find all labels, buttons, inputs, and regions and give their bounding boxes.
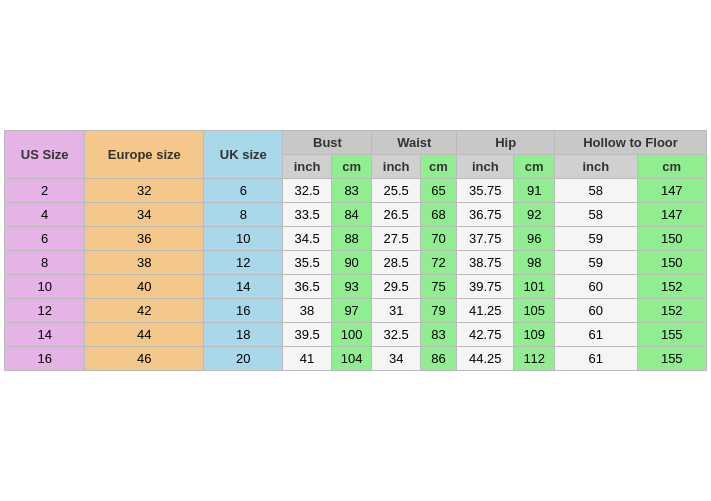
table-cell: 34 — [372, 347, 420, 371]
table-cell: 39.75 — [457, 275, 514, 299]
table-cell: 60 — [555, 299, 637, 323]
subheader-hip-inch: inch — [457, 155, 514, 179]
table-cell: 25.5 — [372, 179, 420, 203]
table-cell: 75 — [420, 275, 456, 299]
table-cell: 36 — [85, 227, 204, 251]
table-cell: 42 — [85, 299, 204, 323]
table-cell: 26.5 — [372, 203, 420, 227]
table-cell: 150 — [637, 251, 706, 275]
table-cell: 98 — [514, 251, 555, 275]
table-cell: 10 — [204, 227, 283, 251]
table-cell: 44.25 — [457, 347, 514, 371]
table-cell: 83 — [331, 179, 372, 203]
table-cell: 147 — [637, 203, 706, 227]
table-row: 1242163897317941.2510560152 — [5, 299, 707, 323]
table-cell: 14 — [5, 323, 85, 347]
table-cell: 38.75 — [457, 251, 514, 275]
table-cell: 20 — [204, 347, 283, 371]
subheader-hip-cm: cm — [514, 155, 555, 179]
table-row: 8381235.59028.57238.759859150 — [5, 251, 707, 275]
table-cell: 86 — [420, 347, 456, 371]
table-cell: 155 — [637, 347, 706, 371]
table-cell: 6 — [204, 179, 283, 203]
table-cell: 109 — [514, 323, 555, 347]
subheader-htf-inch: inch — [555, 155, 637, 179]
table-cell: 65 — [420, 179, 456, 203]
table-cell: 32.5 — [372, 323, 420, 347]
subheader-htf-cm: cm — [637, 155, 706, 179]
table-cell: 72 — [420, 251, 456, 275]
table-cell: 35.5 — [283, 251, 331, 275]
table-cell: 39.5 — [283, 323, 331, 347]
table-cell: 44 — [85, 323, 204, 347]
table-cell: 68 — [420, 203, 456, 227]
table-cell: 16 — [5, 347, 85, 371]
header-uk-size: UK size — [204, 131, 283, 179]
table-cell: 42.75 — [457, 323, 514, 347]
table-cell: 18 — [204, 323, 283, 347]
size-chart-table: US Size Europe size UK size Bust Waist H… — [4, 130, 707, 371]
table-cell: 88 — [331, 227, 372, 251]
table-cell: 29.5 — [372, 275, 420, 299]
header-htf: Hollow to Floor — [555, 131, 707, 155]
table-cell: 92 — [514, 203, 555, 227]
table-cell: 101 — [514, 275, 555, 299]
table-row: 16462041104348644.2511261155 — [5, 347, 707, 371]
table-cell: 104 — [331, 347, 372, 371]
table-cell: 41 — [283, 347, 331, 371]
table-cell: 60 — [555, 275, 637, 299]
table-cell: 58 — [555, 203, 637, 227]
table-row: 10401436.59329.57539.7510160152 — [5, 275, 707, 299]
header-us-size: US Size — [5, 131, 85, 179]
table-cell: 16 — [204, 299, 283, 323]
table-cell: 58 — [555, 179, 637, 203]
table-cell: 12 — [5, 299, 85, 323]
table-cell: 152 — [637, 275, 706, 299]
table-row: 434833.58426.56836.759258147 — [5, 203, 707, 227]
table-cell: 46 — [85, 347, 204, 371]
table-cell: 32 — [85, 179, 204, 203]
table-cell: 147 — [637, 179, 706, 203]
size-chart-wrapper: US Size Europe size UK size Bust Waist H… — [0, 126, 711, 375]
table-cell: 91 — [514, 179, 555, 203]
table-cell: 84 — [331, 203, 372, 227]
header-bust: Bust — [283, 131, 372, 155]
table-cell: 35.75 — [457, 179, 514, 203]
table-cell: 36.75 — [457, 203, 514, 227]
table-cell: 4 — [5, 203, 85, 227]
table-cell: 70 — [420, 227, 456, 251]
table-cell: 97 — [331, 299, 372, 323]
table-cell: 36.5 — [283, 275, 331, 299]
table-row: 6361034.58827.57037.759659150 — [5, 227, 707, 251]
table-cell: 93 — [331, 275, 372, 299]
table-cell: 8 — [5, 251, 85, 275]
table-cell: 100 — [331, 323, 372, 347]
table-cell: 90 — [331, 251, 372, 275]
table-cell: 2 — [5, 179, 85, 203]
header-waist: Waist — [372, 131, 457, 155]
table-cell: 152 — [637, 299, 706, 323]
table-cell: 61 — [555, 347, 637, 371]
header-eu-size: Europe size — [85, 131, 204, 179]
table-cell: 41.25 — [457, 299, 514, 323]
table-cell: 8 — [204, 203, 283, 227]
subheader-bust-inch: inch — [283, 155, 331, 179]
table-cell: 150 — [637, 227, 706, 251]
table-cell: 155 — [637, 323, 706, 347]
table-cell: 34.5 — [283, 227, 331, 251]
table-cell: 61 — [555, 323, 637, 347]
table-cell: 14 — [204, 275, 283, 299]
table-cell: 40 — [85, 275, 204, 299]
table-cell: 112 — [514, 347, 555, 371]
table-cell: 6 — [5, 227, 85, 251]
table-cell: 33.5 — [283, 203, 331, 227]
table-cell: 27.5 — [372, 227, 420, 251]
table-cell: 105 — [514, 299, 555, 323]
table-cell: 59 — [555, 251, 637, 275]
table-cell: 96 — [514, 227, 555, 251]
table-cell: 32.5 — [283, 179, 331, 203]
table-cell: 31 — [372, 299, 420, 323]
table-cell: 59 — [555, 227, 637, 251]
table-cell: 28.5 — [372, 251, 420, 275]
subheader-waist-inch: inch — [372, 155, 420, 179]
